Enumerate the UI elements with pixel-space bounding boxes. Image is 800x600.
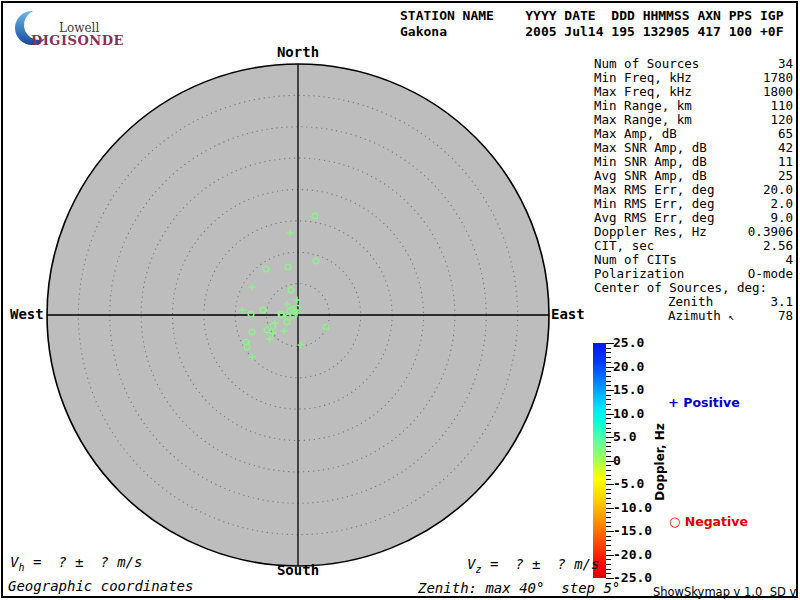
stat-value: 34 bbox=[778, 57, 793, 71]
colorbar-minor-tick bbox=[606, 550, 611, 551]
colorbar-minor-tick bbox=[606, 348, 611, 349]
colorbar-tick-label: -5.0 bbox=[613, 476, 644, 491]
colorbar-minor-tick bbox=[606, 371, 611, 372]
stat-value: 4 bbox=[785, 253, 793, 267]
azimuth-arrow-icon: ↖ bbox=[728, 311, 734, 322]
colorbar-tick-label: 20.0 bbox=[613, 358, 644, 373]
colorbar-tick-label: 5.0 bbox=[613, 429, 636, 444]
stat-label: Min SNR Amp, dB bbox=[594, 155, 707, 169]
stat-row: Azimuth ↖78 bbox=[594, 309, 793, 324]
plus-marker-icon: + bbox=[668, 395, 679, 410]
colorbar-minor-tick bbox=[606, 536, 611, 537]
colorbar-minor-tick bbox=[606, 503, 611, 504]
colorbar-minor-tick bbox=[606, 540, 611, 541]
colorbar-minor-tick bbox=[606, 451, 611, 452]
stat-label: Num of Sources bbox=[594, 57, 699, 71]
stat-label: Min Range, km bbox=[594, 99, 692, 113]
colorbar-minor-tick bbox=[606, 573, 611, 574]
stat-label: CIT, sec bbox=[594, 239, 654, 253]
colorbar-minor-tick bbox=[606, 470, 611, 471]
stat-value: 65 bbox=[778, 127, 793, 141]
colorbar-minor-tick bbox=[606, 465, 611, 466]
colorbar-minor-tick bbox=[606, 395, 611, 396]
colorbar-axis-title: Doppler, Hz bbox=[653, 423, 667, 501]
zenith-scale-note: Zenith: max 40° step 5° bbox=[418, 580, 620, 596]
stat-value: O-mode bbox=[748, 267, 793, 281]
header-values-row: Gakona 2005 Jul14 195 132905 417 100 +0F bbox=[400, 24, 784, 39]
stat-row: Num of CITs4 bbox=[594, 253, 793, 267]
colorbar-tick-label: -20.0 bbox=[613, 546, 652, 561]
vh-value: = ? ± ? m/s bbox=[24, 554, 142, 570]
stat-label: Max SNR Amp, dB bbox=[594, 141, 707, 155]
colorbar-minor-tick bbox=[606, 432, 611, 433]
stat-label: Num of CITs bbox=[594, 253, 677, 267]
stat-row: Zenith3.1 bbox=[594, 295, 793, 309]
colorbar-minor-tick bbox=[606, 404, 611, 405]
colorbar-minor-tick bbox=[606, 376, 611, 377]
colorbar-minor-tick bbox=[606, 522, 611, 523]
stat-label: Max Freq, kHz bbox=[594, 85, 692, 99]
stat-row: CIT, sec2.56 bbox=[594, 239, 793, 253]
colorbar-minor-tick bbox=[606, 526, 611, 527]
colorbar-minor-tick bbox=[606, 498, 611, 499]
colorbar-minor-tick bbox=[606, 569, 611, 570]
circle-marker-icon: ○ bbox=[669, 514, 680, 529]
colorbar-minor-tick bbox=[606, 545, 611, 546]
doppler-colorbar bbox=[593, 343, 606, 578]
colorbar-minor-tick bbox=[606, 559, 611, 560]
stat-row: Min RMS Err, deg2.0 bbox=[594, 197, 793, 211]
colorbar-minor-tick bbox=[606, 362, 611, 363]
stat-label: Azimuth ↖ bbox=[594, 309, 734, 324]
stat-label: Max Range, km bbox=[594, 113, 692, 127]
stat-label: Max RMS Err, deg bbox=[594, 183, 714, 197]
colorbar-minor-tick bbox=[606, 352, 611, 353]
stat-value: 1780 bbox=[763, 71, 793, 85]
compass-west-label: West bbox=[10, 306, 44, 322]
software-version-label: ShowSkymap v 1.0 SD v 4.2 bbox=[653, 585, 800, 599]
stat-value: 110 bbox=[770, 99, 793, 113]
coordinate-system-note: Geographic coordinates bbox=[8, 578, 193, 594]
lowell-digisonde-logo: Lowell DIGISONDE bbox=[12, 4, 142, 48]
center-of-sources-header: Center of Sources, deg: bbox=[594, 281, 793, 295]
stat-label: Min Freq, kHz bbox=[594, 71, 692, 85]
stat-label: Zenith bbox=[594, 295, 713, 309]
skymap-window: Lowell DIGISONDE STATION NAME YYYY DATE … bbox=[0, 0, 800, 600]
stat-value: 2.0 bbox=[770, 197, 793, 211]
colorbar-tick-label: 25.0 bbox=[613, 335, 644, 350]
colorbar-tick-label: -25.0 bbox=[613, 570, 652, 585]
stat-label: Max Amp, dB bbox=[594, 127, 677, 141]
stat-row: Min SNR Amp, dB11 bbox=[594, 155, 793, 169]
vz-value: = ? ± ? m/s bbox=[481, 556, 599, 572]
stat-row: Avg SNR Amp, dB25 bbox=[594, 169, 793, 183]
measurement-stats-panel: Num of Sources34Min Freq, kHz1780Max Fre… bbox=[594, 57, 793, 324]
stat-label: Avg SNR Amp, dB bbox=[594, 169, 707, 183]
stat-label: Polarization bbox=[594, 267, 684, 281]
colorbar-minor-tick bbox=[606, 418, 611, 419]
stat-row: Max SNR Amp, dB42 bbox=[594, 141, 793, 155]
compass-south-label: South bbox=[277, 562, 319, 578]
stat-value: 20.0 bbox=[763, 183, 793, 197]
colorbar-minor-tick bbox=[606, 479, 611, 480]
colorbar-minor-tick bbox=[606, 489, 611, 490]
stat-label: Avg RMS Err, deg bbox=[594, 211, 714, 225]
stat-row: Max Freq, kHz1800 bbox=[594, 85, 793, 99]
stat-value: 9.0 bbox=[770, 211, 793, 225]
colorbar-minor-tick bbox=[606, 564, 611, 565]
colorbar-minor-tick bbox=[606, 385, 611, 386]
colorbar-minor-tick bbox=[606, 428, 611, 429]
colorbar-tick-label: 10.0 bbox=[613, 405, 644, 420]
logo-text-digisonde: DIGISONDE bbox=[31, 33, 124, 48]
stat-label: Doppler Res, Hz bbox=[594, 225, 707, 239]
colorbar-minor-tick bbox=[606, 381, 611, 382]
stat-value: 120 bbox=[770, 113, 793, 127]
colorbar-minor-tick bbox=[606, 517, 611, 518]
stat-row: Max Amp, dB65 bbox=[594, 127, 793, 141]
stat-value: 25 bbox=[778, 169, 793, 183]
legend-negative: ○ Negative bbox=[669, 514, 748, 529]
compass-north-label: North bbox=[277, 44, 319, 60]
stat-value: 78 bbox=[778, 309, 793, 324]
stat-label: Min RMS Err, deg bbox=[594, 197, 714, 211]
stat-row: PolarizationO-mode bbox=[594, 267, 793, 281]
stat-row: Min Freq, kHz1780 bbox=[594, 71, 793, 85]
colorbar-minor-tick bbox=[606, 456, 611, 457]
